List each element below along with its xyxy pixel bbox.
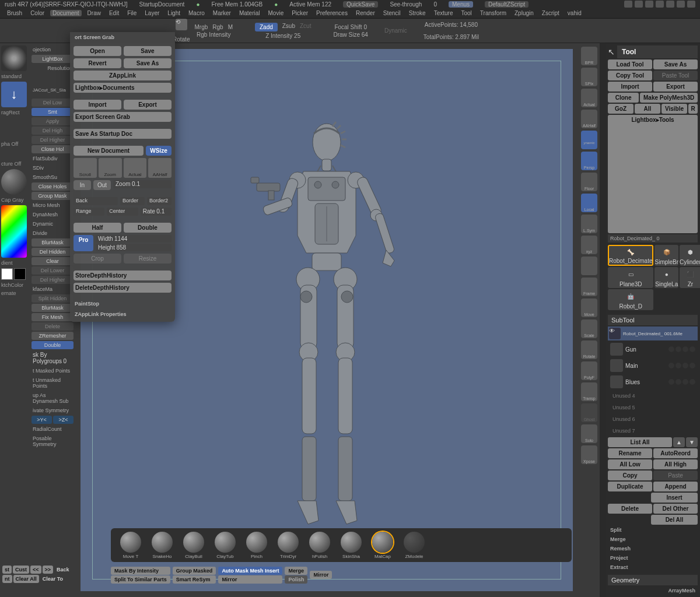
- crop-button[interactable]: Crop: [74, 254, 121, 264]
- menu-item[interactable]: Layer: [142, 10, 162, 16]
- subtool-item[interactable]: Blues: [608, 374, 698, 389]
- titlebar-icon[interactable]: [645, 1, 653, 8]
- menu-item[interactable]: Macro: [186, 10, 207, 16]
- stroke-icon[interactable]: ↓: [1, 82, 27, 107]
- wsize-button[interactable]: WSize: [146, 146, 172, 156]
- menu-item[interactable]: Brush: [5, 10, 24, 16]
- polyf-button[interactable]: PolyF: [581, 361, 597, 380]
- aahalf-icon[interactable]: AAHalf: [148, 158, 172, 178]
- actual-button[interactable]: Actual: [581, 89, 597, 107]
- split-hidden-button[interactable]: Split Hidden: [32, 294, 74, 303]
- duplicate-button[interactable]: Duplicate: [608, 482, 652, 491]
- menu-item[interactable]: Light: [165, 10, 183, 16]
- listall-button[interactable]: List All: [608, 437, 672, 447]
- next-icon[interactable]: >>: [43, 566, 54, 574]
- delother-button[interactable]: Del Other: [653, 504, 698, 514]
- back-label[interactable]: Back: [54, 566, 72, 574]
- group-mask-button[interactable]: Group Mask: [32, 192, 74, 200]
- clearall-button[interactable]: Clear All: [13, 575, 39, 583]
- tool-thumb[interactable]: 🤖Robot_D: [608, 289, 653, 310]
- alllow-button[interactable]: All Low: [608, 459, 652, 469]
- new-doc-button[interactable]: New Document: [74, 146, 144, 156]
- width-slider[interactable]: Width 1144: [96, 235, 172, 243]
- saveas-button[interactable]: Save As: [653, 59, 698, 69]
- rgb-button[interactable]: Rgb: [212, 24, 223, 30]
- make-polymesh-button[interactable]: Make PolyMesh3D: [640, 93, 698, 103]
- rate-slider[interactable]: Rate 0.1: [141, 208, 172, 216]
- auto-mask-button[interactable]: Auto Mask Mesh Insert: [218, 567, 282, 575]
- z-sym-button[interactable]: >Z<: [53, 416, 74, 424]
- brush-item[interactable]: MatCap: [372, 532, 393, 559]
- revert-button[interactable]: Revert: [74, 58, 121, 68]
- half-button[interactable]: Half: [74, 223, 121, 233]
- brush-item[interactable]: SkinSha: [341, 532, 362, 559]
- titlebar-icon[interactable]: [687, 1, 695, 8]
- saveas-button[interactable]: Save As: [124, 58, 172, 68]
- scale-button[interactable]: Scale: [581, 319, 597, 338]
- fix-mesh-button[interactable]: Fix Mesh: [32, 313, 74, 321]
- xyz-button[interactable]: xyz: [581, 236, 597, 254]
- save-button[interactable]: Save: [124, 46, 172, 56]
- menu-item[interactable]: vahid: [565, 10, 584, 16]
- clear-button[interactable]: Clear: [32, 257, 74, 265]
- del-higher-button[interactable]: Del Higher: [32, 136, 74, 144]
- tool-thumb[interactable]: ⬢Cylinder: [680, 245, 700, 266]
- split-section[interactable]: Split: [608, 526, 698, 534]
- project-section[interactable]: Project: [608, 554, 698, 562]
- center-slider[interactable]: Center: [107, 208, 138, 216]
- solo-button[interactable]: Solo: [581, 424, 597, 443]
- import-button[interactable]: Import: [608, 82, 652, 92]
- lightbox-button[interactable]: LightBox: [32, 55, 74, 63]
- nt-button[interactable]: nt: [2, 575, 12, 583]
- titlebar-icon[interactable]: [635, 1, 643, 8]
- polish-button[interactable]: Polish: [285, 575, 307, 584]
- xpose-button[interactable]: Xpose: [581, 445, 597, 464]
- menu-item[interactable]: Movie: [266, 10, 286, 16]
- cust-button[interactable]: Cust: [13, 566, 29, 574]
- brush-item[interactable]: ClayBuil: [183, 532, 204, 559]
- mrgb-button[interactable]: Mrgb: [194, 24, 208, 30]
- back-color[interactable]: Back: [74, 197, 118, 205]
- del-lower-button[interactable]: Del Lower: [32, 266, 74, 275]
- quicksave-button[interactable]: QuickSave: [343, 1, 378, 8]
- remesh-section[interactable]: Remesh: [608, 545, 698, 553]
- blur-mask-button[interactable]: BlurMask: [32, 238, 74, 247]
- menu-item[interactable]: Material: [237, 10, 262, 16]
- menu-item[interactable]: Preferences: [314, 10, 350, 16]
- menu-item[interactable]: Render: [354, 10, 377, 16]
- zcut-button[interactable]: Zcut: [300, 23, 311, 31]
- in-button[interactable]: In: [74, 180, 91, 190]
- tool-thumb[interactable]: 🦴Robot_Decimate: [608, 245, 653, 266]
- close-hol-button[interactable]: Close Hol: [32, 145, 74, 153]
- append-button[interactable]: Append: [653, 482, 698, 491]
- subtool-item[interactable]: Main: [608, 358, 698, 373]
- bpr-button[interactable]: BPR: [581, 47, 597, 65]
- menu-item[interactable]: Document: [50, 10, 82, 16]
- double-button[interactable]: Double: [124, 223, 172, 233]
- brush-item[interactable]: hPolish: [309, 532, 330, 559]
- menu-item[interactable]: Tool: [459, 10, 474, 16]
- delete-button[interactable]: Delete: [32, 322, 74, 331]
- group-masked-button[interactable]: Group Masked: [173, 567, 216, 575]
- frame-button[interactable]: Frame: [581, 278, 597, 296]
- del-higher-button[interactable]: Del Higher: [32, 276, 74, 284]
- lightbox-tools-button[interactable]: Lightbox▸Tools: [608, 115, 698, 233]
- tool-thumb[interactable]: 📦SimpleBr: [654, 245, 678, 266]
- local-button[interactable]: Local: [581, 194, 597, 212]
- scroll-icon[interactable]: Scroll: [74, 158, 97, 178]
- clone-button[interactable]: Clone: [608, 93, 639, 103]
- extract-section[interactable]: Extract: [608, 563, 698, 571]
- zsub-button[interactable]: Zsub: [282, 23, 295, 31]
- m-button[interactable]: M: [228, 24, 233, 30]
- color-swatch-secondary[interactable]: [14, 268, 26, 280]
- zadd-button[interactable]: Zadd: [255, 23, 278, 31]
- out-button[interactable]: Out: [93, 180, 111, 190]
- brush-item[interactable]: Pinch: [246, 532, 267, 559]
- double-button[interactable]: Double: [32, 341, 74, 349]
- paste-button[interactable]: Paste: [653, 470, 698, 480]
- brush-item[interactable]: Move T: [120, 532, 141, 559]
- y-sym-button[interactable]: >Y<: [32, 416, 52, 424]
- save-startup-button[interactable]: Save As Startup Doc: [74, 129, 172, 139]
- store-depth-button[interactable]: StoreDepthHistory: [74, 271, 172, 280]
- dynamic-toggle[interactable]: ynamic: [581, 131, 597, 149]
